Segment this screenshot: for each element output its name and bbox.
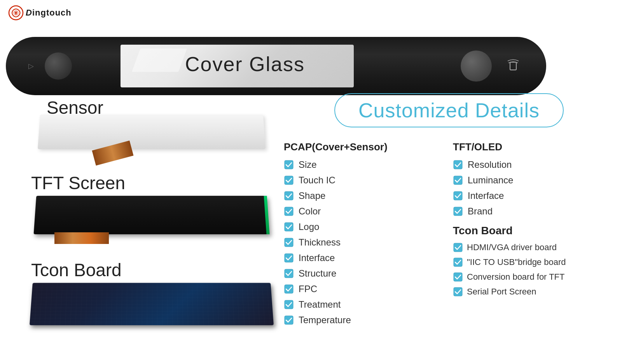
spec-item: Interface	[284, 253, 445, 263]
cover-glass-section: SURGNOVA ▷ Cover Glass	[0, 25, 552, 103]
spec-text: Size	[299, 159, 317, 170]
checkbox-icon	[453, 206, 463, 216]
tft-section: TFT Screen	[16, 172, 280, 234]
spec-item: Treatment	[284, 299, 445, 310]
checkbox-icon	[284, 253, 294, 263]
spec-text: Resolution	[468, 159, 512, 170]
checkbox-icon	[284, 222, 294, 232]
tcon-spec-text: Conversion board for TFT	[467, 272, 564, 282]
pcap-column: PCAP(Cover+Sensor) Size Touch IC Shape C…	[284, 141, 445, 330]
tcon-label: Tcon Board	[31, 260, 280, 280]
spec-item: Temperature	[284, 315, 445, 326]
right-section: Customized Details PCAP(Cover+Sensor) Si…	[284, 93, 614, 330]
spec-item: Interface	[453, 190, 614, 201]
left-section: Sensor TFT Screen Tcon Board	[16, 97, 280, 325]
spec-text: Shape	[299, 190, 325, 201]
tft-column-header: TFT/OLED	[453, 141, 614, 153]
spec-text: Brand	[468, 206, 493, 217]
checkbox-icon	[284, 315, 294, 325]
sensor-plate	[38, 115, 266, 149]
rfid-icon	[505, 58, 521, 74]
spec-item: Touch IC	[284, 175, 445, 186]
checkbox-icon	[284, 160, 294, 170]
spec-text: Treatment	[299, 299, 341, 310]
tft-plate	[33, 196, 269, 234]
checkbox-icon	[453, 175, 463, 185]
spec-item: Thickness	[284, 237, 445, 248]
tcon-spec-item: "IIC TO USB"bridge board	[453, 257, 614, 267]
spec-text: Temperature	[299, 315, 351, 326]
spec-text: Color	[299, 206, 321, 217]
triangle-icon: ▷	[28, 62, 34, 70]
tft-items: Resolution Luminance Interface Brand	[453, 159, 614, 217]
checkbox-icon	[284, 284, 294, 294]
spec-item: Brand	[453, 206, 614, 217]
tcon-section: Tcon Board	[16, 260, 280, 325]
checkbox-icon	[284, 206, 294, 216]
spec-item: Logo	[284, 221, 445, 232]
tcon-spec-item: Serial Port Screen	[453, 287, 614, 297]
checkbox-icon	[453, 272, 463, 282]
tcon-spec-item: Conversion board for TFT	[453, 272, 614, 282]
checkbox-icon	[284, 268, 294, 279]
tcon-spec-text: Serial Port Screen	[467, 287, 536, 297]
pcap-column-header: PCAP(Cover+Sensor)	[284, 141, 445, 153]
tcon-right-header: Tcon Board	[453, 225, 614, 237]
logo: Dingtouch	[8, 5, 72, 21]
tft-label: TFT Screen	[31, 172, 280, 193]
cover-glass-bar: ▷	[6, 37, 546, 95]
circle-right	[461, 51, 492, 82]
customized-oval-inner: Customized Details	[334, 93, 564, 127]
svg-rect-1	[510, 62, 516, 70]
spec-text: Interface	[468, 190, 504, 201]
spec-text: Structure	[299, 268, 336, 279]
fpc-connector-tft	[54, 232, 109, 244]
tcon-spec-text: HDMI/VGA driver board	[467, 242, 557, 253]
tcon-plate	[30, 283, 274, 325]
specs-container: PCAP(Cover+Sensor) Size Touch IC Shape C…	[284, 141, 614, 330]
checkbox-icon	[453, 287, 463, 297]
logo-text: Dingtouch	[26, 8, 72, 18]
checkbox-icon	[453, 191, 463, 201]
spec-text: Thickness	[299, 237, 341, 248]
spec-text: Interface	[299, 253, 335, 263]
tcon-spec-text: "IIC TO USB"bridge board	[467, 257, 566, 267]
spec-item: Resolution	[453, 159, 614, 170]
right-columns: TFT/OLED Resolution Luminance Interface …	[453, 141, 614, 330]
tcon-right-section: Tcon Board HDMI/VGA driver board "IIC TO…	[453, 225, 614, 297]
spec-item: Shape	[284, 190, 445, 201]
spec-text: Luminance	[468, 175, 513, 186]
checkbox-icon	[453, 242, 463, 253]
spec-item: Luminance	[453, 175, 614, 186]
spec-item: FPC	[284, 284, 445, 294]
spec-text: Logo	[299, 221, 319, 232]
sensor-section: Sensor	[16, 97, 280, 149]
customized-title: Customized Details	[358, 99, 540, 122]
tcon-circuit	[30, 283, 274, 325]
checkbox-icon	[284, 237, 294, 247]
checkbox-icon	[453, 257, 463, 267]
pcap-items: Size Touch IC Shape Color Logo Thickness…	[284, 159, 445, 326]
spec-text: FPC	[299, 284, 317, 294]
spec-item: Color	[284, 206, 445, 217]
checkbox-icon	[284, 191, 294, 201]
spec-item: Size	[284, 159, 445, 170]
checkbox-icon	[284, 300, 294, 310]
spec-text: Touch IC	[299, 175, 335, 186]
checkbox-icon	[284, 175, 294, 185]
logo-icon	[8, 5, 24, 21]
spec-item: Structure	[284, 268, 445, 279]
checkbox-icon	[453, 160, 463, 170]
circle-left	[45, 52, 72, 80]
customized-oval: Customized Details	[284, 93, 614, 127]
cover-glass-window	[121, 45, 354, 87]
tcon-items: HDMI/VGA driver board "IIC TO USB"bridge…	[453, 242, 614, 297]
tcon-spec-item: HDMI/VGA driver board	[453, 242, 614, 253]
